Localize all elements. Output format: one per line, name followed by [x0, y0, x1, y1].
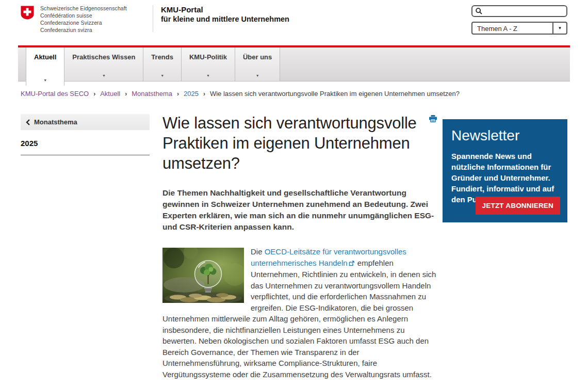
tab-trends[interactable]: Trends ▼ — [143, 47, 182, 81]
sidebar-item-2025[interactable]: 2025 — [21, 139, 150, 155]
breadcrumb-separator-icon: › — [93, 90, 95, 98]
search-input[interactable] — [485, 6, 563, 16]
chevron-down-icon: ▼ — [160, 74, 164, 77]
newsletter-title: Newsletter — [451, 127, 559, 144]
aside-column: Newsletter Spannende News und nützliche … — [443, 113, 567, 216]
newsletter-box: Newsletter Spannende News und nützliche … — [443, 119, 567, 222]
newsletter-subscribe-button[interactable]: JETZT ABONNIEREN — [476, 197, 560, 215]
chevron-down-icon: ▼ — [256, 74, 259, 77]
page-title: Wie lassen sich verantwortungsvolle Prak… — [162, 113, 437, 173]
article: Wie lassen sich verantwortungsvolle Prak… — [162, 113, 437, 380]
header-tools: Themen A - Z ▼ — [471, 5, 567, 35]
confederation-wordmark: Schweizerische Eidgenossenschaft Confédé… — [40, 5, 127, 34]
body-text-intro: Die — [251, 247, 265, 256]
topics-a-z-dropdown[interactable]: Themen A - Z ▼ — [471, 22, 567, 35]
main-navigation: Aktuell ▼ Praktisches Wissen ▼ Trends ▼ … — [18, 45, 570, 82]
swiss-cross-shield-icon — [21, 6, 34, 20]
portal-title: KMU-Portal — [161, 5, 289, 14]
breadcrumb-link-aktuell[interactable]: Aktuell — [100, 90, 120, 98]
breadcrumb-link-monatsthema[interactable]: Monatsthema — [132, 90, 172, 98]
nav-band: Aktuell ▼ Praktisches Wissen ▼ Trends ▼ … — [18, 47, 570, 82]
chevron-down-icon: ▼ — [206, 74, 210, 77]
article-body: Die OECD-Leitsätze für verantwortungsvol… — [162, 246, 437, 380]
chevron-down-icon: ▼ — [102, 74, 106, 77]
breadcrumb-current-page: Wie lassen sich verantwortungsvolle Prak… — [210, 90, 460, 98]
breadcrumb-separator-icon: › — [177, 90, 179, 98]
swiss-confederation-logo[interactable]: Schweizerische Eidgenossenschaft Confédé… — [21, 5, 127, 34]
external-link-icon — [349, 258, 354, 269]
print-icon[interactable] — [429, 115, 437, 124]
tab-aktuell[interactable]: Aktuell ▼ — [26, 47, 64, 86]
portal-subtitle: für kleine und mittlere Unternehmen — [161, 14, 289, 24]
chevron-down-icon: ▼ — [43, 78, 47, 82]
chevron-left-icon — [26, 119, 30, 125]
header-divider — [153, 5, 153, 32]
search-icon — [476, 8, 482, 14]
portal-title-block[interactable]: KMU-Portal für kleine und mittlere Unter… — [161, 5, 289, 24]
article-image-lightbulb-tree — [162, 248, 244, 303]
breadcrumb-link-2025[interactable]: 2025 — [184, 90, 199, 98]
chevron-down-icon[interactable]: ▼ — [552, 23, 566, 34]
topics-dropdown-selected: Themen A - Z — [472, 23, 552, 34]
content-area: Monatsthema 2025 Wie lassen sich verantw… — [0, 113, 588, 387]
breadcrumb-separator-icon: › — [125, 90, 127, 98]
tab-kmu-politik[interactable]: KMU-Politik ▼ — [182, 47, 235, 81]
tab-ueber-uns[interactable]: Über uns ▼ — [235, 47, 280, 81]
breadcrumb-link-seco[interactable]: KMU-Portal des SECO — [21, 90, 89, 98]
search-box[interactable] — [471, 5, 567, 17]
article-lead: Die Themen Nachhaltigkeit und gesellscha… — [162, 187, 437, 233]
page-header: Schweizerische Eidgenossenschaft Confédé… — [0, 0, 588, 45]
tab-praktisches-wissen[interactable]: Praktisches Wissen ▼ — [64, 47, 143, 81]
sidebar: Monatsthema 2025 — [21, 114, 150, 155]
sidebar-back-monatsthema[interactable]: Monatsthema — [21, 114, 150, 130]
breadcrumb-separator-icon: › — [203, 90, 205, 98]
breadcrumb: KMU-Portal des SECO › Aktuell › Monatsth… — [21, 90, 588, 98]
